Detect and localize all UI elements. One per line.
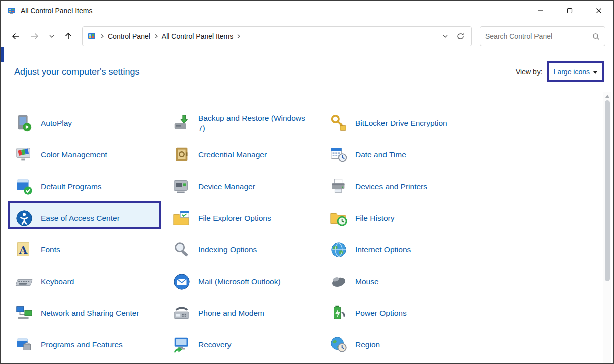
item-fonts[interactable]: A Fonts <box>14 234 172 265</box>
item-label: Fonts <box>41 245 60 255</box>
item-backup-and-restore[interactable]: Backup and Restore (Windows 7) <box>172 107 329 139</box>
search-input[interactable] <box>485 32 592 40</box>
file-explorer-options-icon <box>172 208 192 228</box>
item-label: Devices and Printers <box>355 181 427 192</box>
page-title: Adjust your computer's settings <box>14 67 140 77</box>
title-bar: All Control Panel Items <box>1 1 613 21</box>
chevron-right-icon[interactable] <box>234 33 243 39</box>
navigation-bar: Control Panel All Control Panel Items <box>1 21 613 52</box>
item-label: Backup and Restore (Windows 7) <box>198 113 313 133</box>
item-default-programs[interactable]: Default Programs <box>14 170 172 202</box>
scrollbar-up-arrow-icon[interactable] <box>605 95 609 98</box>
item-label: Color Management <box>41 150 107 160</box>
window-title: All Control Panel Items <box>21 7 92 15</box>
item-label: Indexing Options <box>198 245 257 255</box>
item-network-and-sharing-center[interactable]: Network and Sharing Center <box>14 297 172 329</box>
default-programs-icon <box>14 176 34 197</box>
item-credential-manager[interactable]: Credential Manager <box>172 139 329 170</box>
bitlocker-icon <box>329 113 349 133</box>
chevron-right-icon[interactable] <box>151 33 161 39</box>
item-label: BitLocker Drive Encryption <box>355 118 447 128</box>
mail-icon <box>172 271 192 292</box>
item-region[interactable]: Region <box>329 329 596 360</box>
item-file-history[interactable]: File History <box>329 202 596 234</box>
date-time-icon <box>329 145 349 165</box>
item-label: Network and Sharing Center <box>41 308 139 318</box>
autoplay-icon <box>14 113 34 133</box>
control-panel-window: All Control Panel Items <box>0 0 614 364</box>
scrollbar-thumb[interactable] <box>605 100 610 281</box>
network-sharing-icon <box>14 303 34 323</box>
item-label: Phone and Modem <box>198 308 264 318</box>
item-recovery[interactable]: Recovery <box>172 329 329 360</box>
item-device-manager[interactable]: Device Manager <box>172 170 329 202</box>
mouse-icon <box>329 271 349 292</box>
indexing-options-icon <box>172 240 192 260</box>
address-bar[interactable]: Control Panel All Control Panel Items <box>82 26 472 46</box>
item-power-options[interactable]: Power Options <box>329 297 596 329</box>
recovery-icon <box>172 335 192 355</box>
view-by-value: Large icons <box>554 68 590 76</box>
search-box <box>480 26 605 46</box>
vertical-scrollbar[interactable] <box>603 92 611 363</box>
item-programs-and-features[interactable]: Programs and Features <box>14 329 172 360</box>
refresh-button[interactable] <box>453 29 468 44</box>
item-devices-and-printers[interactable]: Devices and Printers <box>329 170 596 202</box>
item-internet-options[interactable]: Internet Options <box>329 234 596 265</box>
recent-locations-chevron-icon[interactable] <box>47 31 57 41</box>
item-file-explorer-options[interactable]: File Explorer Options <box>172 202 329 234</box>
item-label: Ease of Access Center <box>41 213 120 223</box>
item-mouse[interactable]: Mouse <box>329 265 596 297</box>
breadcrumb-all-control-panel-items[interactable]: All Control Panel Items <box>161 32 234 40</box>
programs-features-icon <box>14 335 34 355</box>
item-label: AutoPlay <box>41 118 72 128</box>
item-indexing-options[interactable]: Indexing Options <box>172 234 329 265</box>
view-by-label: View by: <box>516 68 543 76</box>
forward-button[interactable] <box>28 30 42 43</box>
keyboard-icon <box>14 271 34 292</box>
item-label: Region <box>355 340 380 350</box>
item-label: Credential Manager <box>198 150 267 160</box>
chevron-down-icon <box>593 71 597 74</box>
item-keyboard[interactable]: Keyboard <box>14 265 172 297</box>
item-label: File Explorer Options <box>198 213 271 223</box>
item-ease-of-access-center[interactable]: Ease of Access Center <box>14 202 172 234</box>
item-date-and-time[interactable]: Date and Time <box>329 139 596 170</box>
annotation-box-view-by: Large icons <box>547 61 604 82</box>
svg-text:A: A <box>19 243 28 256</box>
item-label: Keyboard <box>41 277 74 287</box>
item-label: Mail (Microsoft Outlook) <box>198 277 281 287</box>
item-label: Internet Options <box>355 245 411 255</box>
item-bitlocker-drive-encryption[interactable]: BitLocker Drive Encryption <box>329 107 596 139</box>
page-header: Adjust your computer's settings View by:… <box>1 52 613 92</box>
back-button[interactable] <box>9 30 23 43</box>
up-button[interactable] <box>62 30 75 43</box>
phone-modem-icon <box>172 303 192 323</box>
file-history-icon <box>329 208 349 228</box>
chevron-right-icon[interactable] <box>98 33 107 39</box>
view-by-dropdown[interactable]: Large icons <box>554 68 597 76</box>
control-panel-app-icon <box>8 7 16 15</box>
region-icon <box>329 335 349 355</box>
item-label: File History <box>355 213 395 223</box>
breadcrumb-control-panel[interactable]: Control Panel <box>107 32 151 40</box>
control-panel-items-grid: AutoPlay Color Management Default Progra… <box>14 107 596 360</box>
item-color-management[interactable]: Color Management <box>14 139 172 170</box>
minimize-button[interactable] <box>526 1 555 21</box>
item-mail[interactable]: Mail (Microsoft Outlook) <box>172 265 329 297</box>
color-management-icon <box>14 145 34 165</box>
item-label: Power Options <box>355 308 407 318</box>
item-label: Mouse <box>355 277 379 287</box>
internet-options-icon <box>329 240 349 260</box>
item-label: Recovery <box>198 340 231 350</box>
maximize-button[interactable] <box>555 1 584 21</box>
item-phone-and-modem[interactable]: Phone and Modem <box>172 297 329 329</box>
address-dropdown-chevron-icon[interactable] <box>438 29 453 44</box>
item-label: Device Manager <box>198 181 255 192</box>
item-autoplay[interactable]: AutoPlay <box>14 107 172 139</box>
header-divider <box>13 92 605 92</box>
power-options-icon <box>329 303 349 323</box>
fonts-icon: A <box>14 240 34 260</box>
search-icon <box>592 33 600 40</box>
close-button[interactable] <box>584 1 613 21</box>
